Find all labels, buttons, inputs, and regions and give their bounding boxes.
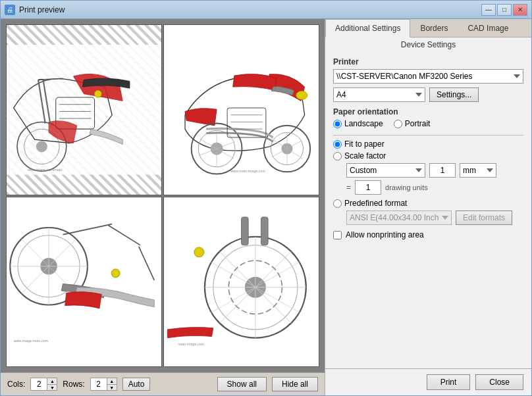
- scale-num2-input[interactable]: [355, 180, 381, 195]
- printer-row: \\CST-SERVER\Canon MF3200 Series: [333, 69, 523, 84]
- print-button[interactable]: Print: [427, 374, 471, 390]
- nonprint-row: Allow nonprinting area: [333, 230, 523, 239]
- eq-sign: =: [346, 183, 351, 192]
- paper-row: A4A3LetterLegal Settings...: [333, 87, 523, 102]
- svg-rect-56: [261, 216, 268, 245]
- svg-point-8: [95, 90, 102, 97]
- scale-factor-row: Scale factor: [333, 151, 523, 161]
- svg-rect-0: [7, 45, 161, 175]
- tab-cad-image[interactable]: CAD Image: [458, 19, 518, 37]
- rows-down-arrow[interactable]: ▼: [107, 384, 117, 390]
- landscape-radio-label[interactable]: Landscape: [333, 119, 383, 128]
- portrait-radio-label[interactable]: Portrait: [394, 119, 431, 128]
- cols-spinbox[interactable]: ▲ ▼: [30, 378, 57, 391]
- close-window-button[interactable]: ✕: [513, 4, 527, 16]
- scale-eq-row: = drawing units: [346, 180, 523, 195]
- fit-to-paper-row: Fit to paper: [333, 139, 523, 149]
- unit-select[interactable]: mmcmin: [460, 163, 496, 178]
- cols-up-arrow[interactable]: ▲: [47, 378, 57, 384]
- scale-factor-text: Scale factor: [344, 151, 386, 161]
- portrait-label: Portrait: [405, 119, 431, 128]
- preview-cell-2: www.moto-image.com: [163, 24, 319, 195]
- scale-factor-radio[interactable]: [333, 152, 342, 161]
- rows-spinbox[interactable]: ▲ ▼: [90, 378, 117, 391]
- fit-to-paper-label[interactable]: Fit to paper: [333, 139, 385, 149]
- predefined-row: Predefined format: [333, 199, 523, 208]
- nonprint-label: Allow nonprinting area: [346, 230, 424, 239]
- orientation-row: Landscape Portrait: [333, 119, 523, 128]
- svg-point-40: [111, 268, 120, 277]
- preview-cell-4: moto-image.com: [163, 197, 319, 368]
- svg-point-3: [36, 141, 47, 152]
- custom-scale-select[interactable]: Custom1:11:21:51:102:1: [346, 163, 425, 178]
- svg-text:www.image.com/moto: www.image.com/moto: [28, 168, 62, 172]
- show-all-button[interactable]: Show all: [217, 377, 267, 391]
- title-bar: 🖨 Print preview — □ ✕: [1, 1, 531, 19]
- scale-num-input[interactable]: [429, 163, 456, 178]
- preview-panel: www.image.com/moto: [1, 19, 325, 395]
- predefined-select: ANSI E(44.00x34.00 Inches): [346, 210, 452, 225]
- hide-all-button[interactable]: Hide all: [272, 377, 318, 391]
- portrait-radio[interactable]: [394, 120, 402, 128]
- nonprint-checkbox[interactable]: [333, 231, 342, 239]
- predefined-text: Predefined format: [344, 199, 407, 208]
- rows-up-arrow[interactable]: ▲: [107, 378, 117, 384]
- rows-arrows: ▲ ▼: [107, 378, 117, 390]
- scale-controls: Custom1:11:21:51:102:1 mmcmin: [346, 163, 523, 178]
- predefined-label[interactable]: Predefined format: [333, 199, 407, 208]
- svg-point-30: [296, 91, 307, 99]
- tabs-row: Additional Settings Borders CAD Image: [325, 19, 531, 37]
- svg-text:www.moto-image.com: www.moto-image.com: [230, 169, 265, 173]
- preview-grid: www.image.com/moto: [1, 19, 325, 372]
- separator: [333, 135, 523, 136]
- tab-borders[interactable]: Borders: [410, 19, 458, 37]
- svg-point-58: [194, 247, 204, 257]
- scale-factor-label[interactable]: Scale factor: [333, 151, 386, 161]
- maximize-button[interactable]: □: [497, 4, 512, 16]
- predefined-controls: ANSI E(44.00x34.00 Inches) Edit formats: [346, 210, 523, 225]
- scale-section: Fit to paper Scale factor Custom1:11:21:…: [333, 139, 523, 225]
- window-title: Print preview: [19, 5, 477, 14]
- preview-controls: Cols: ▲ ▼ Rows: ▲ ▼ Auto: [1, 372, 325, 395]
- svg-text:moto-image.com: moto-image.com: [178, 342, 204, 346]
- drawing-units-label: drawing units: [385, 184, 428, 191]
- edit-formats-button: Edit formats: [456, 210, 512, 225]
- preview-cell-3: www.image-moto.com: [6, 197, 162, 368]
- tab-additional-settings[interactable]: Additional Settings: [325, 19, 410, 37]
- cols-label: Cols:: [7, 380, 25, 389]
- printer-select[interactable]: \\CST-SERVER\Canon MF3200 Series: [333, 69, 523, 84]
- window-icon: 🖨: [5, 5, 15, 15]
- landscape-label: Landscape: [344, 119, 383, 128]
- fit-to-paper-radio[interactable]: [333, 140, 342, 149]
- rows-input[interactable]: [91, 379, 107, 389]
- settings-panel: Additional Settings Borders CAD Image De…: [325, 19, 531, 395]
- preview-cell-1: www.image.com/moto: [6, 24, 162, 195]
- window-controls: — □ ✕: [481, 4, 527, 16]
- minimize-button[interactable]: —: [481, 4, 496, 16]
- main-content: www.image.com/moto: [1, 19, 531, 395]
- svg-rect-55: [242, 216, 249, 245]
- printer-label: Printer: [333, 57, 523, 66]
- orientation-label: Paper orientation: [333, 107, 523, 116]
- auto-button[interactable]: Auto: [122, 378, 151, 391]
- fit-to-paper-text: Fit to paper: [344, 139, 385, 149]
- paper-size-select[interactable]: A4A3LetterLegal: [333, 87, 425, 102]
- cols-down-arrow[interactable]: ▼: [47, 384, 57, 390]
- rows-label: Rows:: [63, 380, 84, 389]
- cols-arrows: ▲ ▼: [47, 378, 57, 390]
- close-button[interactable]: Close: [475, 374, 523, 390]
- svg-text:www.image-moto.com: www.image-moto.com: [14, 339, 49, 343]
- print-preview-window: 🖨 Print preview — □ ✕: [0, 0, 532, 396]
- settings-content: Printer \\CST-SERVER\Canon MF3200 Series…: [325, 52, 531, 368]
- predefined-radio[interactable]: [333, 199, 342, 208]
- settings-button[interactable]: Settings...: [429, 87, 479, 102]
- bottom-bar: Print Close: [325, 368, 531, 395]
- cols-input[interactable]: [31, 379, 47, 389]
- landscape-radio[interactable]: [333, 120, 342, 128]
- section-title: Device Settings: [325, 37, 531, 52]
